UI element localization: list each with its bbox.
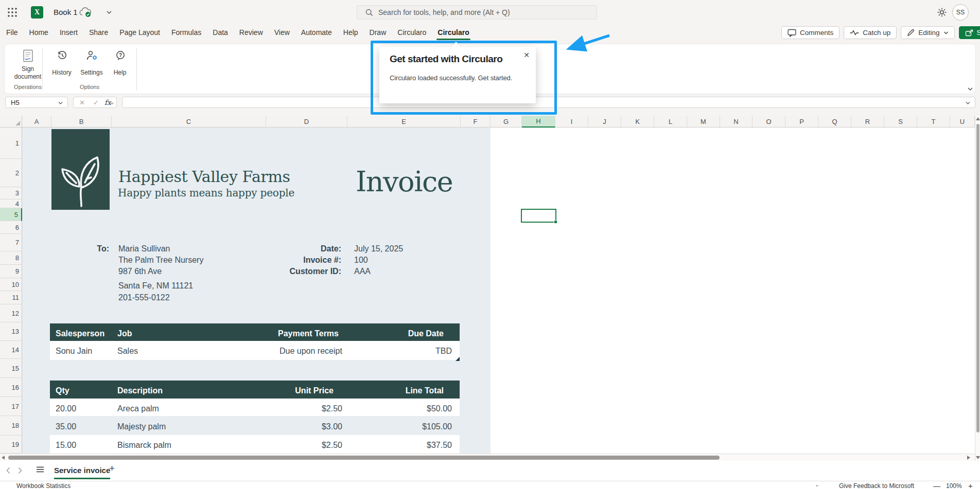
name-box-chevron[interactable] [58,100,63,106]
menu-tab-automate[interactable]: Automate [301,25,332,40]
horizontal-scroll-thumb[interactable] [8,456,720,460]
column-header-S[interactable]: S [884,116,917,127]
avatar[interactable]: SS [952,4,969,21]
row-header-15[interactable]: 15 [0,359,22,378]
vertical-scroll-thumb[interactable] [976,124,979,432]
menu-tab-review[interactable]: Review [239,25,263,40]
fx-chevron[interactable] [110,101,114,106]
next-sheet-chevron[interactable] [17,466,23,475]
menu-tab-home[interactable]: Home [29,25,48,40]
sheet-list-icon[interactable] [36,466,44,473]
scroll-up-arrow[interactable] [976,117,980,120]
menu-tab-data[interactable]: Data [213,25,228,40]
row-header-4[interactable]: 4 [0,200,22,208]
column-header-T[interactable]: T [917,116,950,127]
column-header-E[interactable]: E [347,116,461,127]
column-header-O[interactable]: O [752,116,785,127]
row-header-17[interactable]: 17 [0,397,22,416]
row-header-14[interactable]: 14 [0,341,22,359]
scroll-right-arrow[interactable] [967,456,970,460]
menu-tab-formulas[interactable]: Formulas [171,25,201,40]
scroll-down-arrow[interactable] [976,456,980,459]
search-box[interactable]: Search for tools, help, and more (Alt + … [357,5,597,20]
menu-tab-circularo[interactable]: Circularo [397,25,426,40]
vertical-scrollbar[interactable] [975,116,980,461]
name-box[interactable]: H5 [5,97,68,108]
column-header-G[interactable]: G [491,116,522,127]
excel-logo-icon[interactable]: X [31,6,43,19]
editing-mode-button[interactable]: Editing [901,26,954,39]
column-header-C[interactable]: C [112,116,266,127]
sheet-grid[interactable]: Happiest Valley Farms Happy plants means… [22,128,975,454]
menu-tab-help[interactable]: Help [343,25,358,40]
zoom-out-button[interactable]: — [933,482,940,489]
column-header-A[interactable]: A [22,116,51,127]
row-header-12[interactable]: 12 [0,304,22,322]
row-header-1[interactable]: 1 [0,128,22,159]
row-header-10[interactable]: 10 [0,278,22,291]
workbook-statistics[interactable]: Workbook Statistics [16,482,71,489]
sheet-tab-service-invoice[interactable]: Service invoice [54,462,110,479]
row-header-13[interactable]: 13 [0,322,22,341]
zoom-level[interactable]: 100% [946,482,962,489]
select-all-corner[interactable] [0,116,22,128]
menu-tab-circularo-active[interactable]: Circularo [437,25,469,40]
menu-tab-page-layout[interactable]: Page Layout [119,25,160,40]
row-header-5[interactable]: 5 [0,208,22,221]
column-header-N[interactable]: N [720,116,752,127]
column-header-P[interactable]: P [785,116,818,127]
row-header-18[interactable]: 18 [0,416,22,436]
menu-tab-view[interactable]: View [274,25,290,40]
row-header-6[interactable]: 6 [0,221,22,234]
column-header-U[interactable]: U [950,116,975,127]
add-sheet-button[interactable]: + [109,463,115,474]
title-dropdown-chevron[interactable] [106,9,112,15]
prev-sheet-chevron[interactable] [5,466,11,475]
fill-handle[interactable] [554,220,557,224]
cancel-icon[interactable]: ✕ [79,99,85,106]
share-icon [965,29,973,37]
enter-icon[interactable]: ✓ [93,99,99,106]
row-header-11[interactable]: 11 [0,291,22,304]
workbook-title[interactable]: Book 1 [54,8,78,16]
column-header-M[interactable]: M [687,116,720,127]
row-header-8[interactable]: 8 [0,251,22,265]
collapse-ribbon-chevron[interactable] [967,85,974,93]
column-header-I[interactable]: I [555,116,588,127]
column-header-H[interactable]: H [522,116,555,128]
column-header-B[interactable]: B [51,116,112,127]
row-header-2[interactable]: 2 [0,159,22,187]
column-header-D[interactable]: D [266,116,347,127]
items-row-cell: $2.50 [322,404,342,413]
comments-button[interactable]: Comments [781,26,839,39]
row-header-19[interactable]: 19 [0,436,22,454]
row-header-9[interactable]: 9 [0,265,22,278]
get-started-popup: Get started with Circularo ✕ Circularo l… [379,47,536,103]
column-header-L[interactable]: L [654,116,687,127]
scroll-left-arrow[interactable] [2,456,5,460]
settings-gear-icon[interactable] [937,7,947,17]
horizontal-scrollbar[interactable] [0,454,975,461]
share-button[interactable]: Share [959,26,980,39]
column-header-F[interactable]: F [461,116,491,127]
row-header-3[interactable]: 3 [0,187,22,200]
popup-close-icon[interactable]: ✕ [523,51,530,59]
column-header-R[interactable]: R [851,116,884,127]
items-row-cell: $37.50 [427,441,452,450]
feedback-link[interactable]: Give Feedback to Microsoft [839,482,914,489]
expand-formula-bar-chevron[interactable] [965,100,971,106]
column-header-K[interactable]: K [621,116,654,127]
meta-value: July 15, 2025 [354,244,403,253]
column-header-Q[interactable]: Q [818,116,851,127]
menu-tab-share[interactable]: Share [89,25,108,40]
status-options-chevron[interactable]: ⌄ [815,482,819,487]
row-header-7[interactable]: 7 [0,234,22,251]
row-header-16[interactable]: 16 [0,378,22,397]
menu-tab-file[interactable]: File [6,25,18,40]
waffle-menu-icon[interactable] [7,7,18,17]
menu-tab-draw[interactable]: Draw [370,25,387,40]
catch-up-button[interactable]: Catch up [844,26,897,39]
menu-tab-insert[interactable]: Insert [60,25,78,40]
column-header-J[interactable]: J [588,116,621,127]
zoom-in-button[interactable]: + [968,481,973,489]
